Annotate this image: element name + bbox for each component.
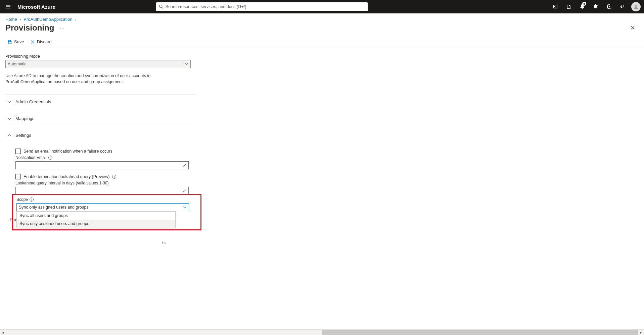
topbar: Microsoft Azure Search resources, servic…	[0, 0, 644, 13]
scope-option-all[interactable]: Sync all users and groups	[17, 212, 175, 220]
provisioning-mode-value: Automatic	[8, 62, 27, 66]
chevron-up-icon	[7, 133, 11, 137]
scope-selected-value: Sync only assigned users and groups	[19, 205, 89, 210]
discard-label: Discard	[37, 39, 52, 44]
check-icon	[182, 189, 186, 193]
search-icon	[159, 4, 164, 9]
chevron-down-icon	[184, 62, 188, 66]
save-label: Save	[14, 39, 24, 44]
accordion-settings-label: Settings	[15, 133, 31, 138]
mode-description: Use Azure AD to manage the creation and …	[5, 73, 191, 85]
cloud-shell-icon	[553, 4, 558, 9]
breadcrumb-app[interactable]: ProAuthDemoApplication	[24, 17, 72, 22]
accordion-admin-label: Admin Credentials	[15, 99, 51, 104]
info-icon[interactable]: i	[112, 175, 116, 179]
scope-option-assigned[interactable]: Sync only assigned users and groups	[17, 220, 175, 228]
chevron-down-icon	[183, 205, 187, 209]
help-button[interactable]	[602, 0, 616, 13]
breadcrumb: Home › ProAuthDemoApplication ›	[0, 13, 644, 23]
scope-dropdown: Sync all users and groups Sync only assi…	[16, 211, 176, 228]
notification-badge: 5	[582, 2, 586, 6]
provisioning-mode-select[interactable]: Automatic	[5, 60, 191, 68]
discard-button[interactable]: Discard	[30, 39, 52, 44]
feedback-icon	[620, 4, 625, 9]
content-area: Provisioning Mode Automatic Use Azure AD…	[0, 48, 201, 244]
save-icon	[7, 40, 12, 44]
more-actions-button[interactable]: ⋯	[59, 25, 65, 31]
lookahead-interval-input[interactable]	[15, 187, 189, 195]
breadcrumb-home[interactable]: Home	[5, 17, 17, 22]
notifications-button[interactable]: 5	[576, 0, 589, 13]
top-icons-group: 5	[549, 0, 644, 13]
notification-email-label: Notification Email	[15, 155, 47, 160]
account-avatar[interactable]	[631, 2, 641, 11]
chevron-right-icon: ›	[19, 17, 21, 22]
lookahead-interval-label: Lookahead query interval in days (valid …	[15, 181, 109, 185]
directories-button[interactable]	[562, 0, 576, 13]
command-bar: Save Discard	[0, 35, 644, 48]
page-header: Provisioning ⋯ ✕	[0, 23, 644, 35]
gear-icon	[593, 4, 598, 9]
email-notification-label: Send an email notification when a failur…	[24, 149, 112, 154]
lookahead-checkbox[interactable]	[15, 174, 21, 179]
info-icon[interactable]: i	[30, 198, 34, 202]
directories-icon	[566, 4, 571, 9]
provisioning-mode-label: Provisioning Mode	[5, 54, 196, 59]
page-title: Provisioning	[5, 23, 54, 33]
hamburger-icon	[5, 4, 11, 9]
accordion-mappings[interactable]: Mappings	[5, 111, 196, 126]
brand-label: Microsoft Azure	[16, 4, 55, 10]
save-button[interactable]: Save	[7, 39, 24, 44]
info-icon[interactable]: i	[48, 156, 52, 160]
scope-select[interactable]: Sync only assigned users and groups	[16, 203, 189, 211]
chevron-down-icon	[7, 100, 11, 104]
lookahead-label: Enable termination lookahead query (Prev…	[24, 174, 109, 179]
notification-email-input[interactable]	[15, 161, 189, 169]
discard-icon	[30, 40, 35, 44]
help-icon	[606, 4, 612, 9]
global-search-input[interactable]: Search resources, services, and docs (G+…	[156, 2, 368, 11]
hamburger-menu-button[interactable]	[0, 0, 16, 13]
scope-label: Scope	[16, 197, 28, 202]
feedback-button[interactable]	[616, 0, 629, 13]
accordion-admin-credentials[interactable]: Admin Credentials	[5, 94, 196, 109]
chevron-down-icon	[7, 117, 11, 121]
user-icon	[633, 4, 639, 9]
check-icon	[182, 163, 186, 167]
cloud-shell-button[interactable]	[549, 0, 562, 13]
search-placeholder: Search resources, services, and docs (G+…	[166, 4, 246, 9]
settings-section: Send an email notification when a failur…	[5, 143, 196, 230]
cursor-icon	[162, 241, 168, 244]
chevron-right-icon: ›	[75, 17, 76, 22]
accordion-settings[interactable]: Settings	[5, 128, 196, 143]
accordion-mappings-label: Mappings	[15, 116, 34, 121]
highlight-annotation: Scope i Sync only assigned users and gro…	[12, 194, 201, 230]
settings-button[interactable]	[589, 0, 602, 13]
email-notification-checkbox[interactable]	[15, 149, 21, 154]
close-blade-button[interactable]: ✕	[630, 24, 635, 32]
